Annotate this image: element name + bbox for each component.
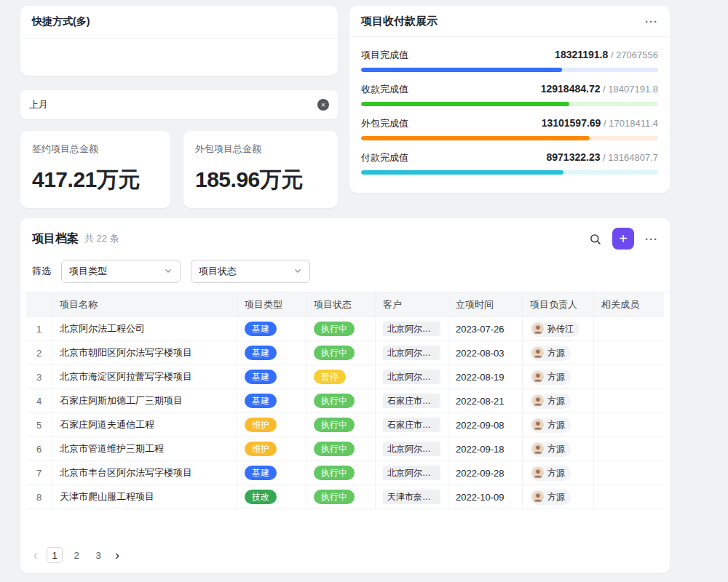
project-name-cell: 北京阿尔法工程公司 (52, 317, 237, 340)
stat-label: 签约项目总金额 (32, 143, 159, 156)
stat-label: 外包项目总金额 (195, 143, 326, 156)
project-name-cell: 石家庄阿道夫通信工程 (52, 413, 237, 436)
metric-value: 8971322.23 (547, 151, 601, 163)
project-status-cell: 执行中 (306, 413, 376, 436)
metric-label: 项目完成值 (361, 49, 408, 62)
filter-row: 筛选 项目类型 项目状态 (20, 256, 670, 292)
header-project-name: 项目名称 (52, 292, 237, 316)
projects-table: 项目名称 项目类型 项目状态 客户 立项时间 项目负责人 相关成员 1 北京阿尔… (26, 292, 664, 509)
project-type-cell: 基建 (237, 365, 306, 388)
payment-overview-card: 项目收付款展示 ··· 项目完成值 18321191.8 / 27067556 … (349, 6, 670, 193)
metric-label: 付款完成值 (361, 151, 408, 164)
project-status-tag: 执行中 (314, 466, 355, 480)
stat-value: 185.96万元 (195, 165, 326, 195)
start-date-cell: 2022-10-09 (448, 485, 523, 509)
project-status-filter[interactable]: 项目状态 (191, 260, 310, 283)
project-status-tag: 执行中 (314, 322, 355, 336)
progress-bar-track (361, 170, 658, 175)
project-name-cell: 石家庄阿斯加德工厂三期项目 (52, 389, 237, 412)
customer-tag: 北京阿尔法… (383, 466, 440, 480)
project-type-cell: 基建 (237, 317, 306, 340)
plus-icon: + (619, 231, 628, 247)
metric-top: 付款完成值 8971322.23 / 13164807.7 (361, 151, 658, 164)
members-cell (594, 341, 664, 364)
project-status-cell: 执行中 (306, 341, 376, 364)
customer-cell: 石家庄市A县 (376, 413, 448, 436)
project-type-cell: 维护 (237, 413, 306, 436)
project-type-filter[interactable]: 项目类型 (61, 260, 181, 283)
clear-filter-icon[interactable]: × (317, 99, 329, 111)
owner-cell: 孙传江 (523, 317, 594, 340)
row-index: 5 (26, 413, 52, 436)
project-type-tag: 技改 (245, 490, 277, 504)
project-type-tag: 基建 (245, 394, 277, 408)
project-status-tag: 执行中 (314, 394, 355, 408)
members-cell (594, 317, 664, 340)
owner-cell: 方源 (523, 389, 594, 412)
payment-card-header: 项目收付款展示 ··· (349, 6, 670, 37)
pagination-prev-icon[interactable]: ‹ (32, 549, 39, 562)
members-cell (594, 413, 664, 436)
table-row[interactable]: 8 天津市爬山服工程项目 技改 执行中 天津市奈文… 2022-10-09 方源 (26, 485, 664, 509)
table-row[interactable]: 1 北京阿尔法工程公司 基建 执行中 北京阿尔法… 2023-07-26 孙传江 (26, 317, 664, 341)
customer-cell: 北京阿尔法… (376, 341, 448, 364)
add-record-button[interactable]: + (612, 228, 634, 250)
table-row[interactable]: 3 北京市海淀区阿拉蕾写字楼项目 基建 暂停 北京阿尔法… 2022-08-19… (26, 365, 664, 389)
members-cell (594, 485, 664, 509)
pagination-page-2[interactable]: 2 (68, 547, 84, 563)
avatar (532, 323, 544, 335)
project-type-tag: 基建 (245, 466, 277, 480)
customer-cell: 北京阿尔法… (376, 365, 448, 388)
more-icon[interactable]: ··· (645, 16, 658, 27)
project-type-tag: 维护 (245, 418, 277, 432)
metric-top: 外包完成值 13101597.69 / 17018411.4 (361, 117, 658, 130)
header-members: 相关成员 (594, 292, 664, 316)
project-name-cell: 天津市爬山服工程项目 (52, 485, 237, 509)
chevron-down-icon (293, 266, 302, 277)
metric-values: 13101597.69 / 17018411.4 (542, 117, 658, 129)
start-date-cell: 2022-09-18 (448, 437, 523, 461)
metric-values: 12918484.72 / 18407191.8 (541, 83, 658, 95)
progress-bar-fill (361, 68, 562, 72)
search-icon[interactable] (589, 233, 601, 245)
owner-tag: 孙传江 (530, 322, 579, 337)
table-row[interactable]: 6 北京市管道维护三期工程 维护 执行中 北京阿尔法… 2022-09-18 方… (26, 437, 664, 461)
project-status-cell: 执行中 (306, 389, 376, 412)
row-index: 4 (26, 389, 52, 412)
pagination-page-1[interactable]: 1 (47, 547, 63, 563)
owner-tag: 方源 (530, 490, 571, 505)
project-status-tag: 执行中 (314, 418, 355, 432)
project-type-cell: 基建 (237, 461, 306, 485)
owner-name: 方源 (547, 395, 565, 407)
avatar (532, 395, 544, 407)
owner-cell: 方源 (523, 461, 594, 485)
table-row[interactable]: 7 北京市丰台区阿尔法写字楼项目 基建 执行中 北京阿尔法… 2022-09-2… (26, 461, 664, 485)
metric-total: / 13164807.7 (603, 152, 658, 163)
avatar (532, 467, 544, 479)
metric-total: / 27067556 (611, 49, 658, 60)
record-count: 共 22 条 (84, 232, 119, 245)
members-cell (594, 389, 664, 412)
metric-values: 8971322.23 / 13164807.7 (547, 151, 659, 163)
metric-values: 18321191.8 / 27067556 (555, 49, 658, 60)
progress-bar-track (361, 102, 658, 106)
row-index: 1 (26, 317, 52, 340)
start-date-cell: 2022-08-19 (448, 365, 523, 388)
pagination-page-3[interactable]: 3 (90, 547, 106, 563)
project-type-cell: 维护 (237, 437, 306, 461)
project-type-tag: 基建 (245, 346, 277, 360)
stat-card-outsourced-total: 外包项目总金额 185.96万元 (183, 131, 338, 208)
header-index (26, 292, 52, 316)
table-card-title: 项目档案 (32, 231, 79, 247)
table-card-actions: + ··· (589, 228, 658, 250)
table-row[interactable]: 4 石家庄阿斯加德工厂三期项目 基建 执行中 石家庄市A县… 2022-08-2… (26, 389, 664, 413)
dashboard-page: 快捷方式(多) 上月 × 签约项目总金额 417.21万元 外包项目总金额 18… (0, 0, 728, 582)
date-filter[interactable]: 上月 × (20, 90, 338, 119)
table-row[interactable]: 2 北京市朝阳区阿尔法写字楼项目 基建 执行中 北京阿尔法… 2022-08-0… (26, 341, 664, 365)
table-row[interactable]: 5 石家庄阿道夫通信工程 维护 执行中 石家庄市A县 2022-09-08 方源 (26, 413, 664, 437)
more-icon[interactable]: ··· (645, 234, 658, 244)
owner-cell: 方源 (523, 413, 594, 436)
metric-row: 付款完成值 8971322.23 / 13164807.7 (361, 151, 658, 175)
customer-tag: 北京阿尔法… (383, 442, 440, 456)
pagination-next-icon[interactable]: › (114, 549, 121, 562)
